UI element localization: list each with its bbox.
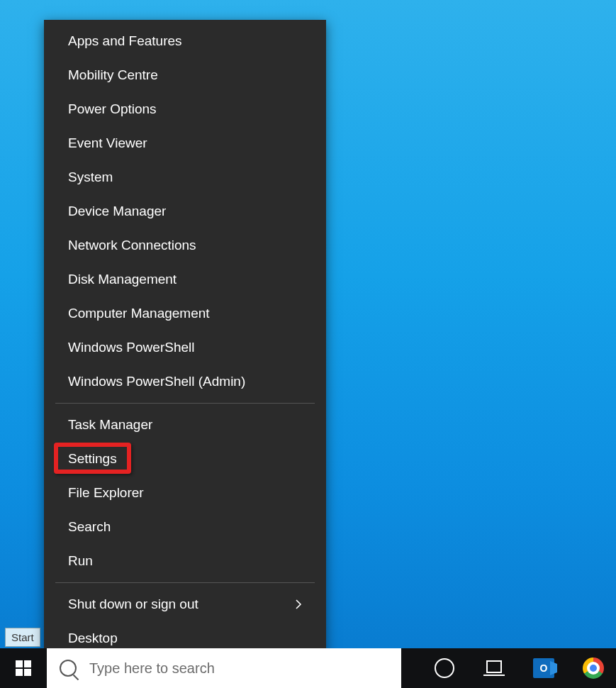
start-tooltip: Start (5, 628, 40, 647)
menu-item-label: File Explorer (68, 485, 144, 501)
chrome-button[interactable] (579, 654, 607, 682)
menu-item-device-manager[interactable]: Device Manager (55, 194, 315, 228)
menu-item-label: Search (68, 519, 111, 535)
menu-item-label: Mobility Centre (68, 67, 158, 83)
menu-item-label: System (68, 170, 113, 185)
menu-item-search[interactable]: Search (55, 510, 315, 544)
outlook-button[interactable]: O (530, 654, 558, 682)
menu-item-power-options[interactable]: Power Options (55, 92, 315, 126)
menu-item-windows-powershell[interactable]: Windows PowerShell (55, 331, 315, 365)
menu-item-disk-management[interactable]: Disk Management (55, 262, 315, 296)
taskbar-search[interactable]: Type here to search (47, 648, 401, 688)
menu-item-label: Apps and Features (68, 33, 182, 49)
menu-item-computer-management[interactable]: Computer Management (55, 296, 315, 331)
winx-context-menu: Apps and FeaturesMobility CentrePower Op… (44, 20, 326, 667)
menu-item-label: Network Connections (68, 238, 196, 253)
menu-item-label: Task Manager (68, 417, 152, 433)
windows-logo-icon (16, 660, 31, 676)
menu-item-label: Desktop (68, 631, 118, 646)
menu-item-label: Power Options (68, 101, 157, 117)
menu-item-system[interactable]: System (55, 160, 315, 194)
menu-separator (55, 403, 315, 404)
menu-item-settings[interactable]: Settings (55, 442, 315, 476)
taskbar-right-icons: O (430, 648, 616, 688)
menu-item-network-connections[interactable]: Network Connections (55, 228, 315, 262)
menu-item-run[interactable]: Run (55, 544, 315, 578)
menu-item-label: Windows PowerShell (Admin) (68, 374, 245, 389)
menu-item-apps-and-features[interactable]: Apps and Features (55, 24, 315, 58)
menu-item-shut-down-or-sign-out[interactable]: Shut down or sign out (55, 587, 315, 621)
task-view-icon (483, 660, 505, 676)
menu-item-mobility-centre[interactable]: Mobility Centre (55, 58, 315, 92)
menu-separator (55, 582, 315, 583)
chrome-icon (583, 658, 604, 679)
menu-item-label: Windows PowerShell (68, 340, 194, 355)
task-view-button[interactable] (480, 654, 508, 682)
menu-item-event-viewer[interactable]: Event Viewer (55, 126, 315, 160)
menu-item-file-explorer[interactable]: File Explorer (55, 476, 315, 510)
menu-item-label: Event Viewer (68, 135, 147, 151)
menu-item-label: Device Manager (68, 204, 166, 219)
chevron-right-icon (295, 599, 302, 610)
menu-item-task-manager[interactable]: Task Manager (55, 408, 315, 442)
menu-item-label: Disk Management (68, 272, 177, 287)
cortana-button[interactable] (430, 654, 459, 682)
start-button[interactable] (0, 648, 47, 688)
cortana-icon (435, 658, 454, 678)
outlook-icon: O (533, 658, 554, 678)
search-placeholder: Type here to search (89, 660, 215, 677)
menu-item-label: Computer Management (68, 306, 210, 321)
menu-item-label: Run (68, 553, 93, 569)
search-icon (60, 660, 77, 677)
menu-item-windows-powershell-admin[interactable]: Windows PowerShell (Admin) (55, 365, 315, 399)
menu-item-label: Shut down or sign out (68, 597, 198, 612)
taskbar: Type here to search O (0, 648, 616, 688)
menu-item-label: Settings (68, 451, 117, 467)
